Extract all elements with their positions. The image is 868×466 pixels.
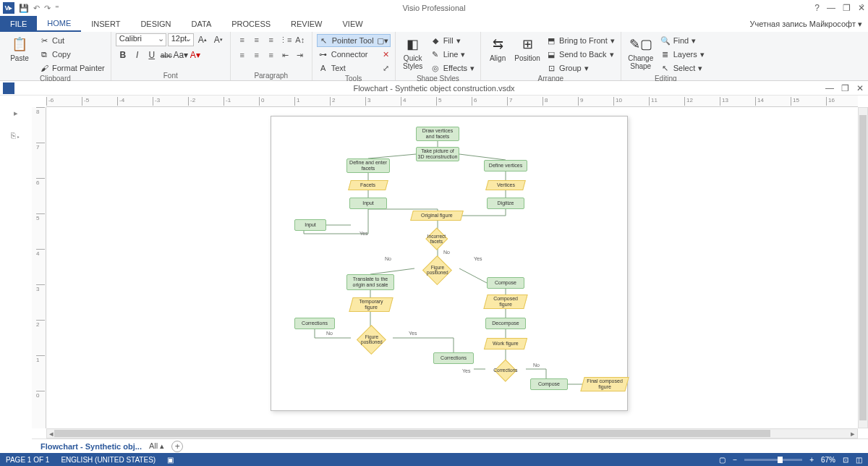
scroll-right[interactable]: ▸ xyxy=(848,429,857,438)
align-left-button[interactable]: ≡ xyxy=(235,48,250,62)
text-tool-button[interactable]: AText⤢ xyxy=(317,62,391,75)
canvas[interactable]: -6-5-4-3-2-1012345678910111213141516 876… xyxy=(32,96,868,439)
flowchart-data[interactable]: Final composed figure xyxy=(580,377,629,391)
connector-button[interactable]: ⊶Connector✕ xyxy=(317,48,391,61)
tab-process[interactable]: PROCESS xyxy=(221,16,281,32)
flowchart-process[interactable]: Take picture of 3D reconstruction xyxy=(416,147,459,161)
underline-button[interactable]: U xyxy=(145,48,159,62)
flowchart-process[interactable]: Draw vertices and facets xyxy=(416,127,459,141)
qat-customize[interactable]: ⁼ xyxy=(55,4,59,13)
grow-font-button[interactable]: A▴ xyxy=(195,33,210,46)
tab-insert[interactable]: INSERT xyxy=(81,16,130,32)
zoom-level[interactable]: 67% xyxy=(821,456,835,464)
minimize-button[interactable]: — xyxy=(827,3,835,13)
shapes-pin[interactable]: ⎘▸ xyxy=(11,131,21,140)
format-painter-button[interactable]: 🖌Format Painter xyxy=(38,62,106,75)
scroll-v-thumb[interactable] xyxy=(859,115,867,420)
paste-button[interactable]: 📋 Paste xyxy=(4,33,35,62)
cut-button[interactable]: ✂Cut xyxy=(38,34,106,47)
align-middle-button[interactable]: ≡ xyxy=(250,33,264,46)
strike-button[interactable]: abc xyxy=(159,48,174,62)
qat-save[interactable]: 💾 xyxy=(19,4,29,13)
align-bottom-button[interactable]: ≡ xyxy=(264,33,278,46)
decrease-indent-button[interactable]: ⇤ xyxy=(278,48,293,62)
tab-file[interactable]: FILE xyxy=(0,16,37,32)
font-family-select[interactable]: Calibri xyxy=(116,33,166,46)
zoom-slider[interactable] xyxy=(744,459,802,461)
tab-design[interactable]: DESIGN xyxy=(130,16,181,32)
flowchart-process[interactable]: Digitize xyxy=(487,198,524,209)
case-button[interactable]: Aa▾ xyxy=(174,48,188,62)
align-top-button[interactable]: ≡ xyxy=(235,33,250,46)
shrink-font-button[interactable]: A▾ xyxy=(211,33,226,46)
tab-view[interactable]: VIEW xyxy=(332,16,373,32)
group-button[interactable]: ⊡Group ▾ xyxy=(545,62,616,75)
pointer-tool-button[interactable]: ↖Pointer Tool▢▾ xyxy=(317,34,391,47)
help-button[interactable]: ? xyxy=(814,3,820,13)
position-button[interactable]: ⊞Position xyxy=(513,33,542,62)
bold-button[interactable]: B xyxy=(116,48,130,62)
ribbon-collapse[interactable]: ⌃ xyxy=(859,3,865,11)
page-tab-1[interactable]: Flowchart - Synthetic obj... xyxy=(41,442,142,451)
scrollbar-vertical[interactable] xyxy=(858,107,868,428)
send-to-back-button[interactable]: ⬓Send to Back ▾ xyxy=(545,48,616,61)
page-tab-all[interactable]: All ▴ xyxy=(149,441,164,451)
doc-maximize[interactable]: ❐ xyxy=(841,83,849,93)
scroll-h-thumb[interactable] xyxy=(54,430,770,437)
bullets-button[interactable]: ⋮≡ xyxy=(278,33,293,46)
qat-redo[interactable]: ↷ xyxy=(44,4,51,13)
copy-button[interactable]: ⧉Copy xyxy=(38,48,106,61)
flowchart-decision[interactable]: Incorrect facets xyxy=(426,228,448,250)
qat-undo[interactable]: ↶ xyxy=(33,4,40,13)
doc-minimize[interactable]: — xyxy=(825,83,834,93)
scrollbar-horizontal[interactable]: ◂ ▸ xyxy=(46,428,858,439)
select-button[interactable]: ↖Select▾ xyxy=(659,62,706,75)
presentation-mode-icon[interactable]: ▢ xyxy=(719,456,726,464)
flowchart-data[interactable]: Work figure xyxy=(484,338,527,350)
add-page-button[interactable]: + xyxy=(171,441,183,452)
flowchart-process[interactable]: Decompose xyxy=(485,318,526,329)
zoom-out[interactable]: − xyxy=(733,456,737,464)
zoom-in[interactable]: + xyxy=(809,456,814,464)
maximize-button[interactable]: ❐ xyxy=(843,3,851,13)
flowchart-process[interactable]: Compose xyxy=(530,378,568,390)
bring-to-front-button[interactable]: ⬒Bring to Front ▾ xyxy=(545,34,616,47)
orientation-button[interactable]: A↕ xyxy=(293,33,307,46)
status-language[interactable]: ENGLISH (UNITED STATES) xyxy=(61,456,156,464)
flowchart-process[interactable]: Define vertices xyxy=(484,160,527,171)
find-button[interactable]: 🔍Find▾ xyxy=(659,34,706,47)
line-button[interactable]: ✎Line▾ xyxy=(429,48,476,61)
fit-page-icon[interactable]: ⊡ xyxy=(843,456,848,464)
font-color-button[interactable]: A▾ xyxy=(188,48,203,62)
align-right-button[interactable]: ≡ xyxy=(264,48,278,62)
flowchart-process[interactable]: Translate to the origin and scale xyxy=(346,274,394,290)
flowchart-process[interactable]: Compose xyxy=(487,277,524,289)
change-shape-button[interactable]: ✎▢Change Shape xyxy=(626,33,656,70)
layers-button[interactable]: ≣Layers▾ xyxy=(659,48,706,61)
flowchart-process[interactable]: Input xyxy=(294,219,326,231)
flowchart-decision[interactable]: Corrections xyxy=(495,360,517,382)
flowchart-data[interactable]: Temporary figure xyxy=(349,297,393,312)
quick-styles-button[interactable]: ◧ Quick Styles xyxy=(400,33,426,70)
flowchart-data[interactable]: Original figure xyxy=(410,211,464,221)
doc-close[interactable]: ✕ xyxy=(856,83,864,93)
shapes-expand[interactable]: ▸ xyxy=(14,109,18,118)
flowchart-data[interactable]: Composed figure xyxy=(483,295,527,309)
flowchart-decision[interactable]: Figure positioned xyxy=(422,255,452,285)
flowchart-process[interactable]: Corrections xyxy=(433,352,474,364)
tab-home[interactable]: HOME xyxy=(37,16,81,32)
flowchart-process[interactable]: Define and enter facets xyxy=(346,158,390,173)
account-link[interactable]: Учетная запись Майкрософт ▾ xyxy=(749,16,862,32)
align-button[interactable]: ⇆Align xyxy=(485,33,510,62)
fit-width-icon[interactable]: ◫ xyxy=(856,456,862,464)
flowchart-decision[interactable]: Figure positioned xyxy=(357,325,386,355)
tab-data[interactable]: DATA xyxy=(182,16,222,32)
drawing-page[interactable]: Draw vertices and facetsTake picture of … xyxy=(271,116,628,411)
align-center-button[interactable]: ≡ xyxy=(250,48,264,62)
italic-button[interactable]: I xyxy=(130,48,145,62)
status-macro-icon[interactable]: ▣ xyxy=(167,456,174,464)
fill-button[interactable]: ◆Fill▾ xyxy=(429,34,476,47)
tab-review[interactable]: REVIEW xyxy=(281,16,332,32)
flowchart-process[interactable]: Input xyxy=(349,198,387,209)
font-size-select[interactable]: 12pt. xyxy=(168,33,194,46)
